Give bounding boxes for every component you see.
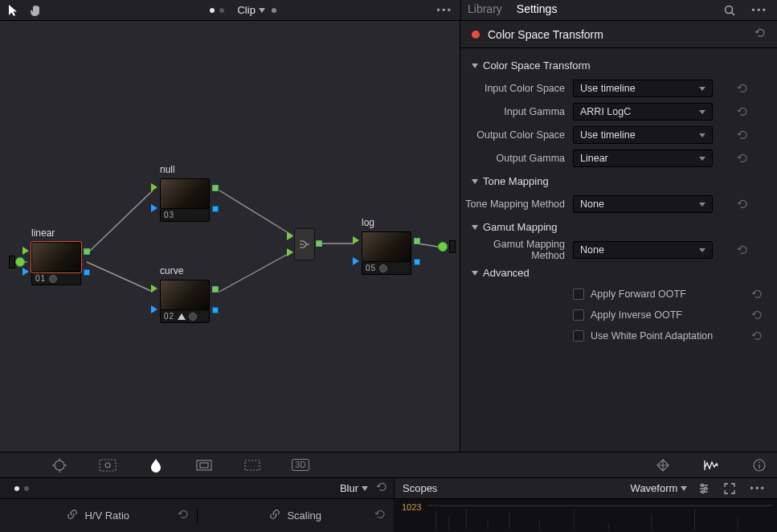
checkbox-wpa[interactable]: [573, 330, 584, 342]
expand-icon[interactable]: [721, 480, 738, 497]
tool-dashed-rect-icon[interactable]: [241, 456, 264, 475]
active-effect-dot-icon[interactable]: [472, 31, 480, 39]
hand-tool-icon[interactable]: [27, 2, 45, 19]
tool-3d-icon[interactable]: 3D: [289, 456, 312, 475]
port-in-rgb[interactable]: [151, 183, 157, 191]
select-input-cs[interactable]: Use timeline: [573, 80, 713, 97]
select-input-gamma[interactable]: ARRI LogC: [573, 103, 713, 121]
tool-diamond-icon[interactable]: [652, 456, 674, 475]
waveform-dropdown[interactable]: Waveform: [631, 482, 688, 494]
select-gm-method[interactable]: None: [573, 241, 713, 259]
search-icon[interactable]: [721, 2, 738, 19]
waveform-scope[interactable]: 1023: [394, 499, 777, 532]
tool-waveform-icon[interactable]: [700, 456, 722, 475]
reset-inverse-ootf[interactable]: [727, 309, 767, 321]
lower-page-dots[interactable]: [14, 486, 29, 491]
tool-info-icon[interactable]: [748, 456, 771, 475]
port-out-alpha[interactable]: [84, 269, 90, 276]
node-merge[interactable]: [294, 228, 315, 260]
reset-wpa[interactable]: [727, 330, 767, 342]
svg-line-5: [219, 190, 292, 235]
blur-dropdown[interactable]: Blur: [340, 482, 368, 494]
reset-gm-method[interactable]: [713, 244, 753, 256]
reset-output-gamma[interactable]: [713, 153, 753, 164]
checkbox-forward-ootf[interactable]: [573, 289, 584, 300]
graph-options-menu[interactable]: •••: [433, 4, 456, 16]
reset-all-button[interactable]: [755, 27, 766, 41]
port-in-alpha[interactable]: [22, 268, 29, 276]
reset-scaling[interactable]: [374, 509, 386, 522]
reset-tm-method[interactable]: [713, 198, 753, 210]
port-out-alpha[interactable]: [414, 259, 420, 265]
chevron-down-icon: [472, 271, 478, 276]
graph-input-port[interactable]: [15, 257, 25, 267]
tool-face-icon[interactable]: [96, 456, 119, 475]
svg-point-25: [701, 484, 704, 486]
section-advanced[interactable]: Advanced: [460, 262, 767, 284]
port-out-rgb[interactable]: [414, 238, 420, 244]
svg-line-4: [87, 262, 153, 292]
port-out-rgb[interactable]: [212, 286, 219, 293]
port-out[interactable]: [316, 240, 322, 247]
node-graph[interactable]: linear 01 null 03: [0, 21, 460, 452]
page-dots[interactable]: [210, 8, 224, 13]
label-tm-method: Tone Mapping Method: [460, 198, 573, 210]
section-tone[interactable]: Tone Mapping: [460, 170, 767, 192]
tab-library[interactable]: Library: [468, 2, 502, 18]
panel-options-menu[interactable]: •••: [748, 4, 771, 16]
node-footer: 03: [160, 209, 210, 222]
node-label: curve: [160, 265, 183, 276]
tool-crosshair-icon[interactable]: [48, 456, 71, 475]
port-in-rgb[interactable]: [151, 284, 157, 293]
chevron-down-icon: [699, 133, 705, 137]
reset-blur[interactable]: [376, 481, 387, 495]
port-in-alpha[interactable]: [151, 305, 157, 313]
reset-input-gamma[interactable]: [713, 106, 753, 117]
select-output-gamma[interactable]: Linear: [573, 149, 713, 167]
tab-settings[interactable]: Settings: [517, 2, 558, 23]
graph-output-port[interactable]: [438, 242, 448, 252]
scopes-options-menu[interactable]: •••: [746, 482, 769, 494]
cursor-tool-icon[interactable]: [5, 2, 22, 19]
port-in-b[interactable]: [287, 248, 293, 256]
port-in-a[interactable]: [287, 232, 293, 240]
reset-output-cs[interactable]: [713, 129, 753, 141]
tool-rect-icon[interactable]: [193, 456, 215, 475]
port-out-alpha[interactable]: [212, 206, 219, 212]
port-out-rgb[interactable]: [212, 185, 219, 191]
link-icon[interactable]: [269, 509, 280, 522]
node-label: null: [160, 164, 175, 175]
node-curve[interactable]: curve 02: [160, 280, 210, 323]
select-tm-method[interactable]: None: [573, 195, 713, 213]
port-out-alpha[interactable]: [212, 307, 219, 313]
node-thumbnail: [362, 231, 411, 262]
node-log[interactable]: log 05: [362, 231, 411, 275]
tool-droplet-icon[interactable]: [145, 456, 167, 475]
waveform-value: 1023: [402, 502, 421, 512]
chevron-down-icon: [362, 486, 368, 491]
port-in-rgb[interactable]: [353, 236, 359, 244]
port-in-rgb[interactable]: [22, 247, 29, 255]
port-out-rgb[interactable]: [84, 248, 90, 255]
checkbox-inverse-ootf[interactable]: [573, 309, 584, 321]
reset-forward-ootf[interactable]: [727, 289, 767, 300]
node-label: log: [362, 217, 374, 228]
section-gamut[interactable]: Gamut Mapping: [460, 216, 767, 238]
node-linear[interactable]: linear 01: [31, 242, 81, 285]
port-in-alpha[interactable]: [151, 204, 157, 212]
sliders-icon[interactable]: [695, 480, 713, 497]
chevron-down-icon: [699, 87, 705, 91]
reset-hv-ratio[interactable]: [178, 509, 189, 522]
hv-ratio-label: H/V Ratio: [84, 509, 129, 522]
port-in-alpha[interactable]: [353, 257, 359, 265]
clip-dropdown[interactable]: Clip: [237, 4, 276, 16]
clip-label: Clip: [237, 4, 255, 16]
chevron-down-icon: [472, 225, 478, 230]
reset-input-cs[interactable]: [713, 83, 753, 94]
link-icon[interactable]: [67, 509, 78, 522]
node-null[interactable]: null 03: [160, 178, 210, 222]
section-cst[interactable]: Color Space Transform: [460, 55, 767, 76]
select-output-cs[interactable]: Use timeline: [573, 126, 713, 144]
scaling-label: Scaling: [287, 509, 321, 522]
label-inverse-ootf: Apply Inverse OOTF: [591, 309, 727, 321]
